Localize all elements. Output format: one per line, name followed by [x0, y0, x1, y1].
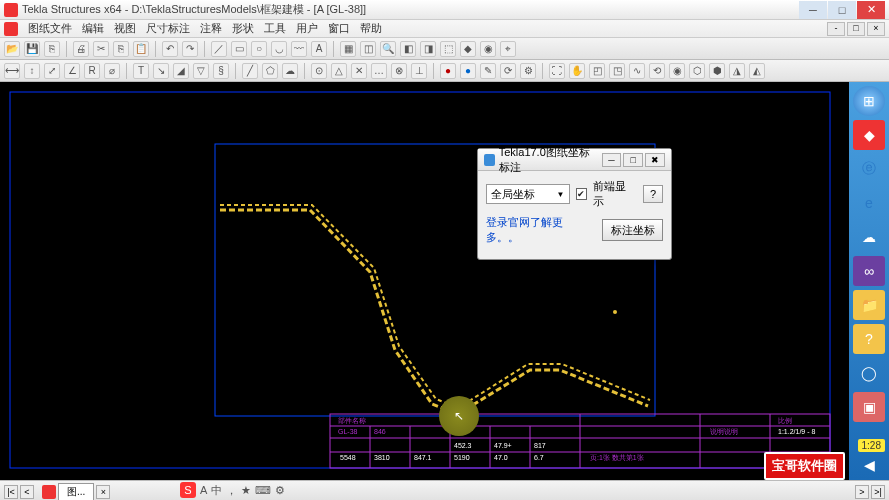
snap-ext-icon[interactable]: …	[371, 63, 387, 79]
ime-punct[interactable]: ，	[226, 483, 237, 498]
misc-a-icon[interactable]: ●	[440, 63, 456, 79]
menu-tools[interactable]: 工具	[264, 21, 286, 36]
dim-angle-icon[interactable]: ∠	[64, 63, 80, 79]
coord-mode-select[interactable]: 全局坐标 ▼	[486, 184, 570, 204]
menu-dim[interactable]: 尺寸标注	[146, 21, 190, 36]
ime-bar[interactable]: S A 中 ， ★ ⌨ ⚙	[180, 482, 285, 498]
snap-mid-icon[interactable]: △	[331, 63, 347, 79]
annot-level-icon[interactable]: ▽	[193, 63, 209, 79]
annot-text-icon[interactable]: T	[133, 63, 149, 79]
menu-help[interactable]: 帮助	[360, 21, 382, 36]
misc-d-icon[interactable]: ⟳	[500, 63, 516, 79]
dock-vs-icon[interactable]: ∞	[853, 256, 885, 286]
view-pan-icon[interactable]: ✋	[569, 63, 585, 79]
shape-cloud-icon[interactable]: ☁	[282, 63, 298, 79]
tb-misc3-icon[interactable]: ⬚	[440, 41, 456, 57]
drawing-tab[interactable]: 图...	[58, 483, 94, 500]
extra6-icon[interactable]: ⬡	[689, 63, 705, 79]
dock-ie-icon[interactable]: ⓔ	[853, 154, 885, 184]
extra7-icon[interactable]: ⬢	[709, 63, 725, 79]
ime-lang[interactable]: A	[200, 484, 207, 496]
dim-h-icon[interactable]: ⟷	[4, 63, 20, 79]
tb-copy-icon[interactable]: ⎘	[113, 41, 129, 57]
tb-rect-icon[interactable]: ▭	[231, 41, 247, 57]
tb-line-icon[interactable]: ／	[211, 41, 227, 57]
extra5-icon[interactable]: ◉	[669, 63, 685, 79]
dialog-close[interactable]: ✖	[645, 153, 665, 167]
snap-perp-icon[interactable]: ⊥	[411, 63, 427, 79]
ime-mode[interactable]: 中	[211, 483, 222, 498]
tb-circle-icon[interactable]: ○	[251, 41, 267, 57]
menu-shape[interactable]: 形状	[232, 21, 254, 36]
menu-view[interactable]: 视图	[114, 21, 136, 36]
misc-c-icon[interactable]: ✎	[480, 63, 496, 79]
tb-undo-icon[interactable]: ↶	[162, 41, 178, 57]
dock-pin-icon[interactable]: ◀	[853, 450, 885, 480]
tb-misc4-icon[interactable]: ◆	[460, 41, 476, 57]
dock-cloud-icon[interactable]: ☁	[853, 222, 885, 252]
ime-symbols[interactable]: ★	[241, 484, 251, 497]
minimize-button[interactable]: ─	[799, 1, 827, 19]
mdi-restore[interactable]: □	[847, 22, 865, 36]
extra1-icon[interactable]: ◰	[589, 63, 605, 79]
dialog-titlebar[interactable]: Tekla17.0图纸坐标标注 ─ □ ✖	[478, 149, 671, 171]
menu-file[interactable]: 图纸文件	[28, 21, 72, 36]
ime-keyboard-icon[interactable]: ⌨	[255, 484, 271, 497]
tb-arc-icon[interactable]: ◡	[271, 41, 287, 57]
dock-start-icon[interactable]: ⊞	[853, 86, 885, 116]
tb-save-icon[interactable]: 💾	[24, 41, 40, 57]
menu-annot[interactable]: 注释	[200, 21, 222, 36]
dialog-min[interactable]: ─	[602, 153, 622, 167]
dock-folder-icon[interactable]: 📁	[853, 290, 885, 320]
dock-edge-icon[interactable]: e	[853, 188, 885, 218]
tb-misc5-icon[interactable]: ◉	[480, 41, 496, 57]
extra2-icon[interactable]: ◳	[609, 63, 625, 79]
dim-dia-icon[interactable]: ⌀	[104, 63, 120, 79]
snap-end-icon[interactable]: ⊙	[311, 63, 327, 79]
dim-align-icon[interactable]: ⤢	[44, 63, 60, 79]
dock-app-icon[interactable]: ▣	[853, 392, 885, 422]
tb-grid-icon[interactable]: ▦	[340, 41, 356, 57]
tab-nav-last[interactable]: >|	[871, 485, 885, 499]
tb-paste-icon[interactable]: 📋	[133, 41, 149, 57]
annot-weld-icon[interactable]: ◢	[173, 63, 189, 79]
extra4-icon[interactable]: ⟲	[649, 63, 665, 79]
tb-print-icon[interactable]: 🖨	[73, 41, 89, 57]
menu-edit[interactable]: 编辑	[82, 21, 104, 36]
tb-misc6-icon[interactable]: ⌖	[500, 41, 516, 57]
annot-section-icon[interactable]: §	[213, 63, 229, 79]
tab-close[interactable]: ×	[96, 485, 110, 499]
tb-misc1-icon[interactable]: ◧	[400, 41, 416, 57]
tb-zoom-icon[interactable]: 🔍	[380, 41, 396, 57]
tb-misc2-icon[interactable]: ◨	[420, 41, 436, 57]
dim-v-icon[interactable]: ↕	[24, 63, 40, 79]
extra8-icon[interactable]: ◮	[729, 63, 745, 79]
tb-text-icon[interactable]: A	[311, 41, 327, 57]
snap-int-icon[interactable]: ✕	[351, 63, 367, 79]
tab-nav-next[interactable]: >	[855, 485, 869, 499]
extra3-icon[interactable]: ∿	[629, 63, 645, 79]
front-display-checkbox[interactable]: ✔	[576, 188, 588, 200]
shape-poly-icon[interactable]: ⬠	[262, 63, 278, 79]
close-button[interactable]: ✕	[857, 1, 885, 19]
dock-tekla-icon[interactable]: ◆	[853, 120, 885, 150]
mdi-close[interactable]: ×	[867, 22, 885, 36]
mdi-minimize[interactable]: -	[827, 22, 845, 36]
tb-cut-icon[interactable]: ✂	[93, 41, 109, 57]
view-fit-icon[interactable]: ⛶	[549, 63, 565, 79]
tab-nav-prev[interactable]: <	[20, 485, 34, 499]
ime-settings-icon[interactable]: ⚙	[275, 484, 285, 497]
official-site-link[interactable]: 登录官网了解更多。。	[486, 215, 590, 245]
tab-nav-first[interactable]: |<	[4, 485, 18, 499]
annot-leader-icon[interactable]: ↘	[153, 63, 169, 79]
tb-polyline-icon[interactable]: 〰	[291, 41, 307, 57]
tb-open-icon[interactable]: 📂	[4, 41, 20, 57]
tb-redo-icon[interactable]: ↷	[182, 41, 198, 57]
dialog-max[interactable]: □	[623, 153, 643, 167]
tb-view-icon[interactable]: ◫	[360, 41, 376, 57]
menu-user[interactable]: 用户	[296, 21, 318, 36]
maximize-button[interactable]: □	[828, 1, 856, 19]
shape-line-icon[interactable]: ╱	[242, 63, 258, 79]
dock-chrome-icon[interactable]: ◯	[853, 358, 885, 388]
menu-window[interactable]: 窗口	[328, 21, 350, 36]
